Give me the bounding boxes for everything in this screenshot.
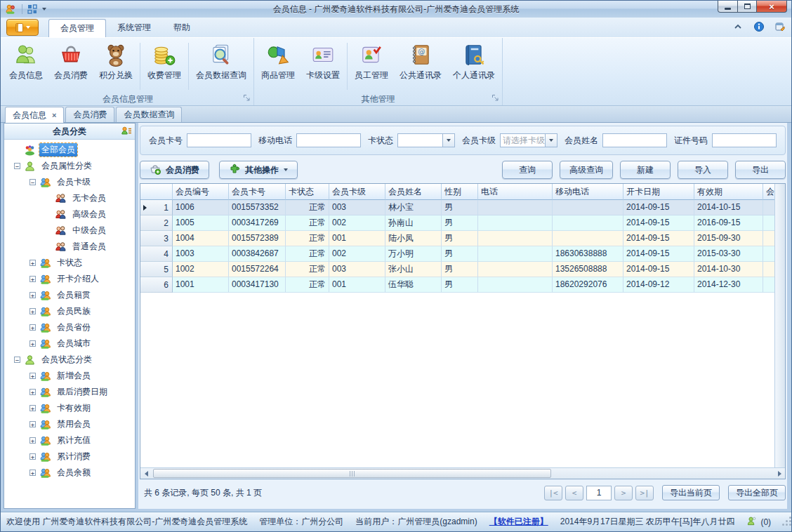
tree-item-6[interactable]: 中级会员 bbox=[4, 222, 135, 239]
table-row[interactable]: 510020015572264正常003张小山男135265088882014-… bbox=[140, 262, 774, 277]
column-header-2[interactable]: 会员卡号 bbox=[229, 184, 286, 200]
maximize-button[interactable] bbox=[738, 1, 757, 13]
ribbon-button-2-4[interactable]: @公共通讯录 bbox=[394, 40, 447, 83]
info-icon[interactable] bbox=[753, 21, 765, 34]
tree-item-18[interactable]: +禁用会员 bbox=[4, 416, 135, 432]
table-row[interactable]: 110060015573352正常003林小宝男2014-09-152014-1… bbox=[140, 200, 774, 215]
scrollbar-track[interactable] bbox=[152, 468, 774, 479]
column-header-10[interactable]: 有效期 bbox=[694, 184, 763, 200]
tree-item-5[interactable]: 高级会员 bbox=[4, 206, 135, 222]
column-header-5[interactable]: 会员姓名 bbox=[385, 184, 442, 200]
expand-node-icon[interactable]: + bbox=[29, 421, 36, 427]
member-settings-icon[interactable] bbox=[121, 126, 132, 139]
next-page-button[interactable]: > bbox=[614, 486, 633, 500]
column-header-11[interactable]: 会员 bbox=[763, 184, 774, 200]
registered-link[interactable]: 【软件已注册】 bbox=[489, 516, 548, 528]
document-tab-2[interactable]: 会员消费 bbox=[65, 107, 114, 122]
expand-node-icon[interactable]: + bbox=[29, 308, 36, 314]
page-number-input[interactable] bbox=[586, 486, 612, 500]
ribbon-button-2-1[interactable]: 商品管理 bbox=[256, 40, 301, 83]
expand-node-icon[interactable]: + bbox=[29, 260, 36, 266]
ribbon-button-1-2[interactable]: 会员消费 bbox=[48, 40, 93, 83]
minimize-button[interactable] bbox=[718, 1, 738, 13]
close-button[interactable]: × bbox=[757, 1, 787, 13]
quick-access-caret-icon[interactable] bbox=[42, 8, 46, 11]
expand-node-icon[interactable]: + bbox=[29, 276, 36, 282]
column-header-9[interactable]: 开卡日期 bbox=[623, 184, 694, 200]
close-tab-icon[interactable]: × bbox=[52, 111, 56, 119]
filter-select-3[interactable] bbox=[397, 133, 455, 147]
expand-node-icon[interactable]: + bbox=[29, 340, 36, 347]
scroll-left-button[interactable] bbox=[140, 468, 152, 479]
expand-node-icon[interactable]: + bbox=[29, 324, 36, 331]
toolbar-button-other-actions[interactable]: 其他操作 bbox=[219, 161, 298, 179]
action-button-1[interactable]: 查询 bbox=[502, 161, 553, 179]
filter-select-4[interactable]: 请选择卡级 bbox=[500, 133, 557, 147]
table-row[interactable]: 210050003417269正常002孙南山男2014-09-152016-0… bbox=[140, 215, 774, 231]
tree-item-4[interactable]: 无卡会员 bbox=[4, 190, 135, 206]
column-header-4[interactable]: 会员卡级 bbox=[329, 184, 385, 200]
first-page-button[interactable]: |< bbox=[544, 486, 562, 500]
last-page-button[interactable]: >| bbox=[635, 486, 654, 500]
tree-item-1[interactable]: 全部会员 bbox=[4, 142, 135, 158]
resize-grip-icon[interactable] bbox=[781, 516, 792, 528]
scroll-right-button[interactable] bbox=[774, 468, 785, 479]
filter-input-2[interactable] bbox=[296, 133, 361, 147]
tree-item-15[interactable]: +新增会员 bbox=[4, 368, 135, 384]
ribbon-tab-2[interactable]: 系统管理 bbox=[106, 19, 162, 37]
ribbon-button-2-5[interactable]: 个人通讯录 bbox=[447, 40, 501, 83]
expand-node-icon[interactable]: + bbox=[29, 389, 36, 395]
column-header-6[interactable]: 性别 bbox=[442, 184, 478, 200]
toolbar-button-member-consume[interactable]: 会员消费 bbox=[140, 161, 209, 179]
dialog-launcher-icon[interactable] bbox=[243, 94, 251, 104]
tree-item-3[interactable]: −会员卡级 bbox=[4, 174, 135, 190]
previous-page-button[interactable]: < bbox=[565, 486, 583, 500]
filter-input-6[interactable] bbox=[712, 133, 777, 147]
chevron-down-icon[interactable] bbox=[545, 134, 557, 147]
document-tab-3[interactable]: 会员数据查询 bbox=[116, 107, 182, 122]
style-switch-icon[interactable] bbox=[774, 21, 786, 34]
collapse-ribbon-icon[interactable] bbox=[732, 21, 744, 34]
expand-node-icon[interactable]: + bbox=[29, 292, 36, 298]
action-button-2[interactable]: 高级查询 bbox=[560, 161, 613, 179]
tree-item-11[interactable]: +会员民族 bbox=[4, 303, 135, 319]
ribbon-button-1-5[interactable]: 会员数据查询 bbox=[190, 40, 252, 83]
action-button-5[interactable]: 导出 bbox=[735, 161, 786, 179]
table-row[interactable]: 410030003842687正常002万小明男186306388882014-… bbox=[140, 246, 774, 262]
action-button-3[interactable]: 新建 bbox=[620, 161, 671, 179]
chevron-down-icon[interactable] bbox=[442, 134, 454, 147]
expand-node-icon[interactable]: + bbox=[29, 453, 36, 460]
expand-node-icon[interactable]: + bbox=[29, 373, 36, 379]
column-header-8[interactable]: 移动电话 bbox=[553, 184, 623, 200]
collapse-node-icon[interactable]: − bbox=[14, 357, 20, 363]
action-button-4[interactable]: 导入 bbox=[678, 161, 728, 179]
ribbon-button-1-3[interactable]: 积分兑换 bbox=[93, 40, 138, 83]
dialog-launcher-icon[interactable] bbox=[491, 94, 499, 104]
ribbon-button-1-1[interactable]: 会员信息 bbox=[4, 40, 48, 83]
tree-item-9[interactable]: +开卡介绍人 bbox=[4, 271, 135, 287]
tree-item-12[interactable]: +会员省份 bbox=[4, 319, 135, 335]
tree-item-17[interactable]: +卡有效期 bbox=[4, 400, 135, 416]
collapse-node-icon[interactable]: − bbox=[29, 179, 36, 185]
tree-item-8[interactable]: +卡状态 bbox=[4, 255, 135, 271]
expand-node-icon[interactable]: + bbox=[29, 470, 36, 476]
tree-item-7[interactable]: 普通会员 bbox=[4, 239, 135, 255]
export-all-pages-button[interactable]: 导出全部页 bbox=[728, 485, 786, 500]
tree-item-10[interactable]: +会员籍贯 bbox=[4, 287, 135, 303]
export-current-page-button[interactable]: 导出当前页 bbox=[662, 485, 720, 500]
expand-node-icon[interactable]: + bbox=[29, 437, 36, 444]
column-header-1[interactable]: 会员编号 bbox=[173, 184, 229, 200]
table-row[interactable]: 610010003417130正常001伍华聪男186202920762014-… bbox=[140, 277, 774, 293]
tree-item-20[interactable]: +累计消费 bbox=[4, 448, 135, 465]
grid-vertical-scrollbar[interactable] bbox=[774, 184, 785, 467]
ribbon-tab-1[interactable]: 会员管理 bbox=[48, 19, 106, 38]
tree-item-21[interactable]: +会员余额 bbox=[4, 465, 135, 481]
tree-item-14[interactable]: −会员状态分类 bbox=[4, 352, 135, 368]
column-header-3[interactable]: 卡状态 bbox=[286, 184, 329, 200]
collapse-node-icon[interactable]: − bbox=[14, 163, 20, 169]
scrollbar-thumb[interactable] bbox=[153, 469, 551, 478]
app-menu-button[interactable] bbox=[6, 19, 39, 36]
ribbon-tab-3[interactable]: 帮助 bbox=[162, 19, 202, 37]
ribbon-button-1-4[interactable]: 收费管理 bbox=[142, 40, 187, 83]
document-tab-1[interactable]: 会员信息× bbox=[5, 107, 64, 123]
